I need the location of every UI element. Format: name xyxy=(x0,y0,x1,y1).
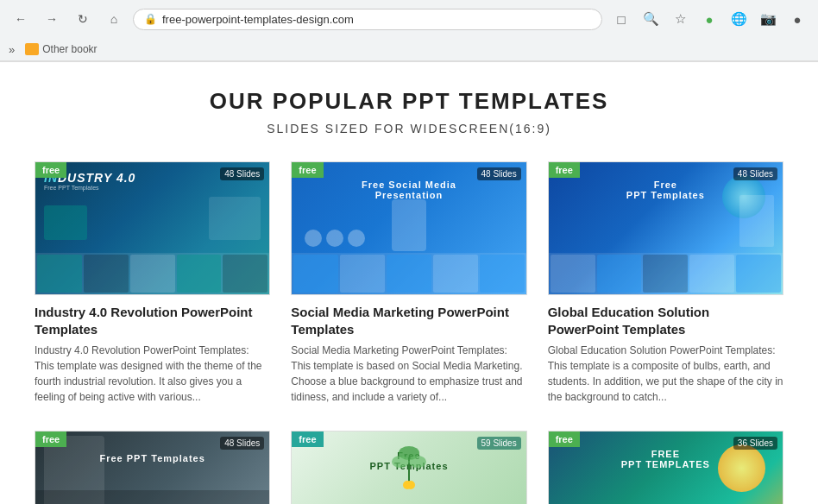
template-card-double[interactable]: free 48 Slides Free PPT Templates Doub xyxy=(35,431,270,504)
address-bar[interactable]: 🔒 free-powerpoint-templates-design.com xyxy=(133,9,602,30)
bookmarks-chevron: » xyxy=(9,43,15,56)
industry-thumb-sub: Free PPT Templates xyxy=(44,185,99,191)
free-badge-bulb: free xyxy=(549,432,580,447)
education-desc: Global Education Solution PowerPoint Tem… xyxy=(548,343,783,405)
template-thumb-bulb: free 36 Slides FREEPPT TEMPLATES MAKE TH… xyxy=(548,431,783,504)
double-thumb-title: Free PPT Templates xyxy=(99,453,204,463)
svg-point-5 xyxy=(406,481,415,489)
forward-button[interactable]: → xyxy=(40,7,64,31)
back-button[interactable]: ← xyxy=(9,7,33,31)
education-thumb-title: FreePPT Templates xyxy=(626,180,705,200)
svg-point-3 xyxy=(409,456,426,468)
other-bookmarks[interactable]: Other bookr xyxy=(20,41,102,57)
bulb-circle xyxy=(718,444,765,492)
free-badge-social: free xyxy=(292,162,323,178)
plant-svg xyxy=(383,440,435,492)
page-content: OUR POPULAR PPT TEMPLATES SLIDES SIZED F… xyxy=(0,62,818,504)
slides-badge-bulb: 36 Slides xyxy=(733,437,777,450)
slides-badge-social: 48 Slides xyxy=(477,167,521,180)
free-badge-industry: free xyxy=(35,162,66,178)
lock-icon: 🔒 xyxy=(144,13,157,25)
industry-title: Industry 4.0 Revolution PowerPoint Templ… xyxy=(35,304,270,337)
bookmarks-bar: » Other bookr xyxy=(0,38,818,61)
star-icon[interactable]: ☆ xyxy=(668,7,692,31)
page-title: OUR POPULAR PPT TEMPLATES xyxy=(35,88,783,115)
slides-badge-education: 48 Slides xyxy=(733,167,777,180)
slides-badge-plant: 59 Slides xyxy=(477,437,521,450)
free-badge-plant: free xyxy=(292,432,323,447)
template-card-bulb[interactable]: free 36 Slides FREEPPT TEMPLATES MAKE TH… xyxy=(548,431,783,504)
social-mini-slides xyxy=(292,253,525,294)
template-card-plant[interactable]: free 59 Slides FreePPT Templates xyxy=(291,431,526,504)
social-thumb-title: Free Social MediaPresentation xyxy=(362,180,456,200)
globe-icon[interactable]: 🌐 xyxy=(727,7,751,31)
social-person-silhouette xyxy=(392,199,426,251)
education-title: Global Education Solution PowerPoint Tem… xyxy=(548,304,783,337)
template-card-social[interactable]: free 48 Slides Free Social MediaPresenta… xyxy=(291,161,526,405)
templates-grid: free 48 Slides INDUSTRY 4.0 Free PPT Tem… xyxy=(35,161,783,504)
sync-icon[interactable]: ● xyxy=(697,7,721,31)
other-bookmarks-label: Other bookr xyxy=(42,43,97,55)
industry-mini-slides xyxy=(35,253,269,294)
refresh-button[interactable]: ↻ xyxy=(71,7,95,31)
education-mini-slides xyxy=(549,253,783,294)
extensions-icon[interactable]: □ xyxy=(609,7,633,31)
template-thumb-plant: free 59 Slides FreePPT Templates xyxy=(291,431,526,504)
social-desc: Social Media Marketing PowerPoint Templa… xyxy=(291,343,526,405)
industry-desc: Industry 4.0 Revolution PowerPoint Templ… xyxy=(35,343,270,405)
screenshot-icon[interactable]: 📷 xyxy=(756,7,780,31)
search-icon[interactable]: 🔍 xyxy=(639,7,663,31)
browser-toolbar: ← → ↻ ⌂ 🔒 free-powerpoint-templates-desi… xyxy=(0,0,818,38)
profile-icon[interactable]: ● xyxy=(785,7,809,31)
url-text: free-powerpoint-templates-design.com xyxy=(162,13,591,26)
template-thumb-social: free 48 Slides Free Social MediaPresenta… xyxy=(291,161,526,295)
template-thumb-education: free 48 Slides FreePPT Templates xyxy=(548,161,783,295)
bulb-thumb-title: FREEPPT TEMPLATES xyxy=(621,449,710,469)
template-thumb-industry: free 48 Slides INDUSTRY 4.0 Free PPT Tem… xyxy=(35,161,270,295)
browser-chrome: ← → ↻ ⌂ 🔒 free-powerpoint-templates-desi… xyxy=(0,0,818,62)
free-badge-education: free xyxy=(549,162,580,178)
slides-badge-double: 48 Slides xyxy=(220,437,264,450)
svg-point-2 xyxy=(392,456,409,468)
free-badge-double: free xyxy=(35,432,66,447)
template-thumb-double: free 48 Slides Free PPT Templates xyxy=(35,431,270,504)
template-card-education[interactable]: free 48 Slides FreePPT Templates Global … xyxy=(548,161,783,405)
page-subtitle: SLIDES SIZED FOR WIDESCREEN(16:9) xyxy=(35,122,783,135)
social-title: Social Media Marketing PowerPoint Templa… xyxy=(291,304,526,337)
bookmark-folder-icon xyxy=(25,43,39,55)
toolbar-icons: □ 🔍 ☆ ● 🌐 📷 ● xyxy=(609,7,809,31)
template-card-industry[interactable]: free 48 Slides INDUSTRY 4.0 Free PPT Tem… xyxy=(35,161,270,405)
home-button[interactable]: ⌂ xyxy=(102,7,126,31)
slides-badge-industry: 48 Slides xyxy=(220,167,264,180)
